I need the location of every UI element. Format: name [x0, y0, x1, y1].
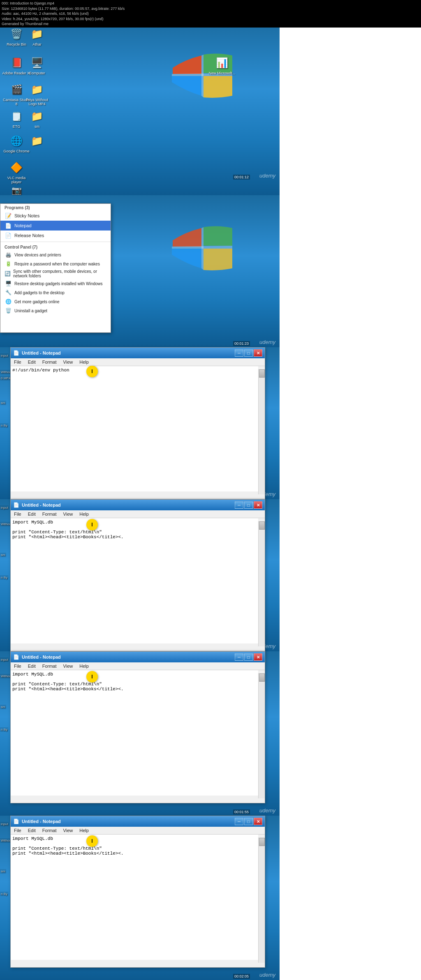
desktop-section-3: input Without 0 MP4 sm n By 📄 Untitled -…	[0, 347, 280, 499]
info-bar: 000: Introduction to Django.mp4 Size: 12…	[0, 0, 421, 28]
notepad-4-content[interactable]: import MySQL.db print "Content-Type: tex…	[11, 835, 258, 960]
menu-view-2[interactable]: View	[60, 511, 76, 517]
menu-file-1[interactable]: File	[11, 359, 25, 365]
notepad-3-title-icon: 📄	[13, 654, 19, 660]
menu-help-1[interactable]: Help	[76, 359, 92, 365]
timestamp-6: 00:02:05	[233, 974, 250, 979]
desktop-section-4: input Without sm n By 📄 Untitled - Notep…	[0, 499, 280, 651]
view-devices-item[interactable]: 🖨️ View devices and printers	[0, 250, 111, 259]
notepad-item[interactable]: 📄 Notepad	[0, 221, 111, 231]
online-icon: 🌐	[5, 298, 12, 305]
camtasia-icon: 🎬	[9, 82, 24, 97]
notepad-3-content[interactable]: import MySQL.db print "Content-Type: tex…	[11, 670, 258, 796]
minimize-button-1[interactable]: ─	[235, 349, 243, 357]
minimize-button-3[interactable]: ─	[235, 653, 243, 661]
devices-icon: 🖨️	[5, 251, 12, 258]
maximize-button-2[interactable]: □	[244, 501, 253, 509]
desktop-section-5: input Without sm n By 📄 Untitled - Notep…	[0, 651, 280, 816]
side-label-nby2: n By	[0, 575, 8, 580]
menu-help-4[interactable]: Help	[76, 827, 92, 834]
maximize-button-1[interactable]: □	[244, 349, 253, 357]
adobe-icon: 📕	[9, 55, 24, 70]
side-label-sm1: sm	[0, 401, 6, 405]
notepad-window-2: 📄 Untitled - Notepad ─ □ ✕ File Edit For…	[10, 499, 265, 651]
close-button-3[interactable]: ✕	[254, 653, 262, 661]
scrollbar-1[interactable]	[258, 369, 265, 494]
menu-format-4[interactable]: Format	[39, 827, 60, 834]
annotation-circle-3: I	[86, 671, 98, 683]
sm-divider-1	[0, 242, 111, 242]
desktop-icon-computer[interactable]: 🖥️ Computer	[23, 55, 51, 75]
menu-view-3[interactable]: View	[60, 663, 76, 669]
menu-format-2[interactable]: Format	[39, 511, 60, 517]
sticky-notes-icon: 📝	[5, 212, 12, 219]
menu-format-3[interactable]: Format	[39, 663, 60, 669]
minimize-button-4[interactable]: ─	[235, 818, 243, 825]
spacer	[0, 315, 111, 333]
notepad-window-4: 📄 Untitled - Notepad ─ □ ✕ File Edit For…	[10, 816, 265, 968]
side-label-input2: input	[0, 505, 9, 510]
menu-help-3[interactable]: Help	[76, 663, 92, 669]
annotation-circle-2: I	[86, 519, 98, 530]
restore-gadgets-item[interactable]: 🖥️ Restore desktop gadgets installed wit…	[0, 279, 111, 288]
release-notes-icon: 📄	[5, 232, 12, 239]
unknown-folder-icon: 📁	[30, 134, 44, 148]
close-button-1[interactable]: ✕	[254, 349, 262, 357]
side-label-mp41: 0 MP4	[0, 376, 11, 380]
require-password-item[interactable]: 🔋 Require a password when the computer w…	[0, 259, 111, 268]
udemy-watermark-1: udemy	[259, 173, 275, 179]
menu-view-1[interactable]: View	[60, 359, 76, 365]
release-notes-item[interactable]: 📄 Release Notes	[0, 231, 111, 240]
notepad-4-title-icon: 📄	[13, 819, 19, 824]
scrollbar-3[interactable]	[258, 673, 265, 798]
side-label-nby1: n By	[0, 423, 8, 428]
menu-edit-1[interactable]: Edit	[25, 359, 39, 365]
desktop-icon-new-ms[interactable]: 📊 New Microsoft...	[208, 55, 236, 75]
annotation-circle-1: I	[86, 366, 98, 377]
menu-help-2[interactable]: Help	[76, 511, 92, 517]
desktop-icon-athar[interactable]: 📁 Athar	[23, 27, 51, 46]
notepad-title-icon: 📄	[13, 350, 19, 356]
scrollbar-4[interactable]	[258, 837, 265, 963]
close-button-4[interactable]: ✕	[254, 818, 262, 825]
timestamp-1: 00:01:12	[233, 175, 250, 180]
scrollbar-2[interactable]	[258, 521, 265, 646]
desktop-section-6: input Without sm n By 📄 Untitled - Notep…	[0, 816, 280, 980]
menu-file-2[interactable]: File	[11, 511, 25, 517]
sticky-notes-item[interactable]: 📝 Sticky Notes	[0, 211, 111, 221]
close-button-2[interactable]: ✕	[254, 501, 262, 509]
menu-edit-2[interactable]: Edit	[25, 511, 39, 517]
desktop-icon-vlc[interactable]: 🔶 VLC media player	[2, 160, 31, 184]
notepad-1-menubar: File Edit Format View Help	[11, 358, 265, 366]
desktop-icon-sm[interactable]: 📁 sm	[23, 109, 51, 129]
athar-icon: 📁	[30, 27, 44, 42]
desktop-icon-priya[interactable]: 📁 Priya Without Logo MP4	[23, 82, 51, 106]
maximize-button-3[interactable]: □	[244, 653, 253, 661]
windows-logo-2	[164, 203, 247, 286]
sync-item[interactable]: 🔄 Sync with other computers, mobile devi…	[0, 268, 111, 279]
notepad-2-content[interactable]: import MySQL.db print "Content-Type: tex…	[11, 518, 258, 643]
vlc-icon: 🔶	[9, 160, 24, 175]
menu-edit-3[interactable]: Edit	[25, 663, 39, 669]
menu-file-3[interactable]: File	[11, 663, 25, 669]
notepad-4-titlebar: 📄 Untitled - Notepad ─ □ ✕	[11, 816, 265, 827]
get-gadgets-item[interactable]: 🌐 Get more gadgets online	[0, 297, 111, 306]
annotation-circle-4: I	[86, 835, 98, 847]
side-label-5d: n By	[0, 727, 8, 732]
menu-format-1[interactable]: Format	[39, 359, 60, 365]
desktop-icon-unknown[interactable]: 📁	[23, 134, 51, 149]
minimize-button-2[interactable]: ─	[235, 501, 243, 509]
maximize-button-4[interactable]: □	[244, 818, 253, 825]
uninstall-gadget-item[interactable]: 🗑️ Uninstall a gadget	[0, 306, 111, 315]
notepad-2-menubar: File Edit Format View Help	[11, 510, 265, 518]
menu-view-4[interactable]: View	[60, 827, 76, 834]
notepad-1-titlebar: 📄 Untitled - Notepad ─ □ ✕	[11, 348, 265, 358]
notepad-window-3: 📄 Untitled - Notepad ─ □ ✕ File Edit For…	[10, 651, 265, 803]
programs-section-label: Programs (3)	[0, 204, 111, 211]
notepad-2-title: Untitled - Notepad	[22, 503, 61, 507]
add-gadgets-item[interactable]: 🔧 Add gadgets to the desktop	[0, 288, 111, 297]
notepad-1-content[interactable]: #!/usr/bin/env python	[11, 366, 258, 491]
menu-file-4[interactable]: File	[11, 827, 25, 834]
computer-icon: 🖥️	[30, 55, 44, 70]
menu-edit-4[interactable]: Edit	[25, 827, 39, 834]
